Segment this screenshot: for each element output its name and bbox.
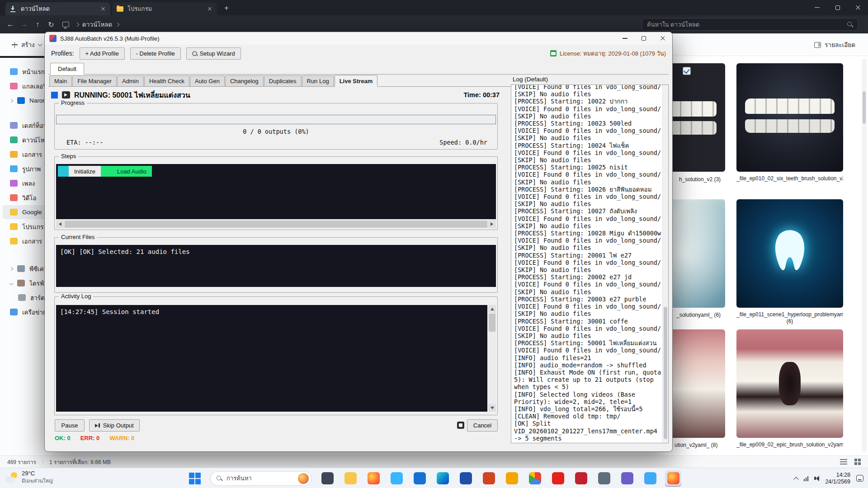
log-line: [SKIP] No audio files [514,266,662,273]
youtube-icon[interactable] [550,470,566,487]
tab-live-stream[interactable]: Live Stream [335,75,378,86]
step-label: Load Audio [112,166,152,177]
eta-label: ETA: --:-- [66,139,103,146]
file-item[interactable]: _file_ep011_scene1_hyperloop_problemyaml… [736,199,843,325]
cancel-button[interactable]: Cancel [467,419,498,432]
step-color-swatch [101,166,112,177]
windows-logo-icon [189,473,201,484]
powerpoint-icon[interactable] [481,470,497,487]
step-color-swatch [58,166,69,177]
settings-icon[interactable] [596,470,612,487]
messenger-icon[interactable] [388,470,405,487]
log-line: [PROCESS] Starting: 10024 ไฟแช็ค [514,142,662,149]
tab-changelog[interactable]: Changelog [225,75,264,86]
add-profile-button[interactable]: + Add Profile [80,47,125,60]
scrollbar-thumb[interactable] [863,91,866,124]
volume-icon[interactable] [814,476,819,481]
scroll-up-icon[interactable] [488,305,496,313]
network-icon[interactable] [804,476,809,481]
log-line: [OK] Split [514,420,662,427]
taskview-icon[interactable] [319,470,335,487]
delete-profile-button[interactable]: - Delete Profile [130,47,181,60]
photos-icon[interactable] [619,470,635,487]
file-label[interactable]: _solutionyaml_ (6) [676,312,721,318]
store-icon[interactable] [411,470,428,487]
step-chip: Load Audio [101,166,152,177]
tab-main[interactable]: Main [49,75,72,86]
log-line: [PROCESS] Starting: 10022 ปากกา [514,98,662,105]
tab-file-manager[interactable]: File Manager [72,75,117,86]
app-icon [49,35,57,42]
file-label[interactable]: _file_ep011_scene1_hyperloop_problemyaml… [736,311,843,325]
file-label[interactable]: _file_ep010_02_six_teeth_brush_solution_… [736,175,843,182]
result-counters: OK: 0 ERR: 0 WARN: 0 [55,435,134,441]
maximize-button[interactable] [634,32,653,45]
edge-icon[interactable] [434,470,451,487]
log-lines: [VOICE] Found 0 files in vdo_long_sound/… [511,85,662,443]
activity-scrollbar[interactable] [488,305,496,412]
steps-horizontal-scrollbar[interactable] [56,220,496,228]
scroll-right-icon[interactable] [488,220,496,228]
profiles-label: Profiles: [51,50,74,57]
log-line: [SKIP] No audio files [514,332,662,339]
file-label[interactable]: ution_v2yaml_ (8) [675,442,717,448]
chrome-icon[interactable] [527,470,543,487]
activity-log-label: Activity Log [59,293,93,300]
log-line: [PROCESS] Starting: 30001 coffe [514,318,662,325]
profile-tab-default[interactable]: Default [50,63,84,75]
firefox-icon[interactable] [365,470,382,487]
taskbar-search[interactable]: การค้นหา [210,471,312,486]
current-files-group: Current Files [OK] [OK] Selected: 21 aud… [54,237,498,293]
acrobat-icon[interactable] [573,470,589,487]
explorer-icon[interactable] [342,470,359,487]
log-line: [INFO] Selected long videos (Base [514,391,662,398]
notifications-icon[interactable] [856,475,863,482]
log-line: [INFO] Exhaust Mode ON (first run, quota [514,369,662,376]
close-button[interactable] [653,32,672,45]
scrollbar-thumb[interactable] [65,221,487,228]
file-item[interactable]: _file_ep010_02_six_teeth_brush_solution_… [736,63,843,182]
step-label: Initialize [69,166,101,177]
log-line: [VOICE] Found 0 files in vdo_long_sound/ [514,303,662,310]
log-line: [VOICE] Found 0 files in vdo_long_sound/ [514,149,662,156]
start-button[interactable] [187,470,203,487]
firefox-icon[interactable] [665,470,681,487]
license-info: License: หมดอายุ: 2029-01-08 (1079 วัน) [550,49,666,58]
taskbar-center: การค้นหา [0,468,868,488]
log-line: [PROCESS] Starting: 10023 500led [514,120,662,127]
log-line: [VOICE] Found 0 files in vdo_long_sound/ [514,193,662,200]
file-label[interactable]: _file_ep009_02_epic_brush_solution_v2yam… [736,441,843,448]
file-item[interactable]: _file_ep009_02_epic_brush_solution_v2yam… [736,329,843,448]
pause-button[interactable]: Pause [55,419,85,432]
log-scrollbar[interactable] [662,85,668,443]
scrollbar-thumb[interactable] [489,314,495,332]
scroll-left-icon[interactable] [56,220,64,228]
item-checkbox[interactable] [683,67,691,75]
scrollbar-thumb[interactable] [664,307,667,439]
tab-duplicates[interactable]: Duplicates [264,75,302,86]
app-title-bar[interactable]: SJ88 AutoBatch v26.5.3 (Multi-Profile) [45,32,672,45]
log-line: when types < 5) [514,383,662,390]
tab-health-check[interactable]: Health Check [144,75,189,86]
taskbar: 29°C มีเมฆส่วนใหญ่ การค้นหา 14:28 24/1/2… [0,468,868,488]
log-line: Priority): wide=2, mid=2, tele=1 [514,398,662,405]
calendar-icon[interactable] [642,470,658,487]
scroll-down-icon[interactable] [488,404,496,412]
word-icon[interactable] [458,470,474,487]
drive-icon[interactable] [504,470,520,487]
activity-log-group: Activity Log [14:27:45] Session started [54,296,498,415]
hidden-icons-chevron-icon[interactable] [793,477,798,482]
stream-icon [62,91,70,99]
skip-forward-icon [95,423,100,427]
explorer-scrollbar[interactable] [862,59,867,452]
file-label[interactable]: h_solution_v2 (3) [679,176,721,183]
profiles-toolbar: Profiles: + Add Profile - Delete Profile… [45,45,672,62]
tab-admin[interactable]: Admin [117,75,144,86]
skip-output-button[interactable]: Skip Output [89,419,140,432]
minimize-button[interactable] [615,32,634,45]
setup-wizard-button[interactable]: Setup Wizard [186,47,241,60]
taskbar-apps [319,470,681,487]
clock[interactable]: 14:28 24/1/2569 [825,472,850,485]
tab-auto-gen[interactable]: Auto Gen [190,75,225,86]
tab-run-log[interactable]: Run Log [302,75,334,86]
